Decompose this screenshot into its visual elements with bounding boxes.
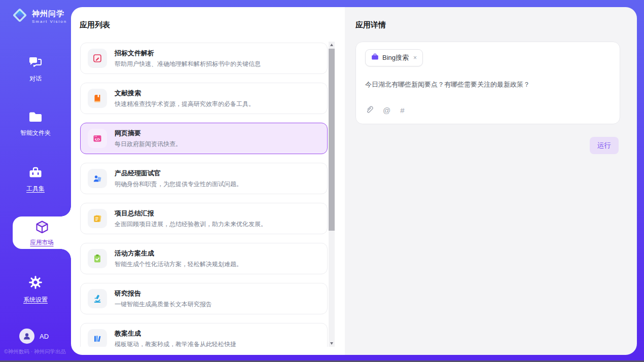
- browser-code-icon: [88, 129, 107, 148]
- app-title: 产品经理面试官: [115, 169, 242, 178]
- tool-tag-bing-search[interactable]: Bing搜索 ×: [365, 49, 423, 66]
- clipboard-check-icon: [88, 249, 107, 268]
- chat-icon: [28, 62, 43, 70]
- scrollbar-thumb[interactable]: [329, 49, 335, 231]
- hash-icon[interactable]: #: [400, 106, 404, 115]
- mention-icon[interactable]: @: [383, 106, 390, 115]
- app-description: 模板驱动，教案秒成，教学准备从此轻松快捷: [115, 340, 236, 347]
- sidebar-item-app-market[interactable]: 应用市场: [13, 216, 71, 249]
- sidebar-item-settings[interactable]: 系统设置: [0, 275, 71, 304]
- user-account[interactable]: AD: [19, 329, 49, 344]
- scroll-up-icon[interactable]: [329, 42, 335, 48]
- copyright-text: ©神州数码 · 神州问学出品: [4, 348, 66, 355]
- sidebar-item-label: 智能文件夹: [0, 129, 71, 137]
- app-description: 全面回顾项目进展，总结经验教训，助力未来优化发展。: [115, 220, 267, 229]
- microscope-icon: [88, 289, 107, 308]
- scroll-down-icon[interactable]: [329, 340, 335, 347]
- avatar: [19, 329, 34, 344]
- document-pen-icon: [88, 49, 107, 68]
- app-card-web-summary[interactable]: 网页摘要 每日政府新闻资讯快查。: [80, 123, 328, 154]
- app-title: 研究报告: [115, 289, 212, 298]
- app-description: 一键智能生成高质量长文本研究报告: [115, 300, 212, 309]
- app-title: 网页摘要: [115, 129, 182, 138]
- close-icon[interactable]: ×: [413, 54, 417, 61]
- app-title: 教案生成: [115, 329, 236, 338]
- attachment-toolbar: @ #: [365, 105, 405, 116]
- folder-icon: [28, 116, 43, 125]
- app-detail-panel: 应用详情 Bing搜索 × 今日湖北有哪些新闻要点？有哪些需要关注的最新政策？: [345, 7, 637, 355]
- app-list-panel: 应用列表 招标文件解析 帮助用户快速、准确地理解和解析招标书中的关键信息: [71, 7, 345, 355]
- tool-tag-label: Bing搜索: [382, 53, 409, 62]
- query-input[interactable]: 今日湖北有哪些新闻要点？有哪些需要关注的最新政策？: [365, 80, 611, 90]
- app-description: 帮助用户快速、准确地理解和解析招标书中的关键信息: [115, 60, 261, 68]
- sidebar-item-chat[interactable]: 对话: [0, 56, 71, 83]
- app-title: 项目总结汇报: [115, 209, 267, 218]
- app-list-scrollbar[interactable]: [329, 42, 335, 347]
- app-card-literature-search[interactable]: 文献搜索 快速精准查找学术资源，提高研究效率的必备工具。: [80, 83, 328, 114]
- user-initials: AD: [40, 333, 49, 340]
- sidebar-item-smart-folder[interactable]: 智能文件夹: [0, 111, 71, 137]
- app-title: 招标文件解析: [115, 49, 261, 58]
- interviewer-icon: [88, 169, 107, 188]
- gear-icon: [28, 283, 43, 292]
- app-logo: 神州问学 Smart Vision: [11, 7, 67, 26]
- app-card-pm-interviewer[interactable]: 产品经理面试官 明确身份和职责，为您提供专业性的面试问题。: [80, 163, 328, 194]
- app-card-research-report[interactable]: 研究报告 一键智能生成高质量长文本研究报告: [80, 283, 328, 314]
- app-description: 明确身份和职责，为您提供专业性的面试问题。: [115, 180, 242, 189]
- run-button[interactable]: 运行: [590, 137, 619, 154]
- app-subname: Smart Vision: [32, 19, 67, 24]
- app-card-bid-document-parsing[interactable]: 招标文件解析 帮助用户快速、准确地理解和解析招标书中的关键信息: [80, 43, 328, 74]
- app-description: 智能生成个性化活动方案，轻松解决规划难题。: [115, 260, 242, 269]
- app-card-project-summary[interactable]: 项目总结汇报 全面回顾项目进展，总结经验教训，助力未来优化发展。: [80, 203, 328, 234]
- app-card-event-plan[interactable]: 活动方案生成 智能生成个性化活动方案，轻松解决规划难题。: [80, 243, 328, 274]
- app-list-title: 应用列表: [80, 20, 110, 30]
- sidebar-item-toolset[interactable]: 工具集: [0, 166, 71, 193]
- active-tab-curve-bottom: [61, 249, 71, 259]
- app-list: 招标文件解析 帮助用户快速、准确地理解和解析招标书中的关键信息 文献搜索 快速精…: [80, 43, 328, 347]
- sidebar-item-label: 应用市场: [30, 239, 54, 246]
- cube-icon: [34, 220, 50, 237]
- logo-diamond-icon: [11, 7, 28, 26]
- book-icon: [88, 89, 107, 108]
- app-card-lesson-plan[interactable]: 教案生成 模板驱动，教案秒成，教学准备从此轻松快捷: [80, 323, 328, 347]
- sidebar: 神州问学 Smart Vision 对话 智能文件夹: [0, 0, 71, 362]
- briefcase-icon: [371, 53, 379, 62]
- sidebar-item-label: 工具集: [0, 185, 71, 193]
- app-title: 活动方案生成: [115, 249, 242, 258]
- content-area: 应用列表 招标文件解析 帮助用户快速、准确地理解和解析招标书中的关键信息: [71, 7, 637, 355]
- prompt-card[interactable]: Bing搜索 × 今日湖北有哪些新闻要点？有哪些需要关注的最新政策？ @ #: [355, 42, 620, 124]
- app-description: 快速精准查找学术资源，提高研究效率的必备工具。: [115, 100, 255, 108]
- app-title: 文献搜索: [115, 89, 255, 98]
- app-description: 每日政府新闻资讯快查。: [115, 140, 182, 149]
- app-detail-title: 应用详情: [355, 20, 386, 30]
- active-tab-curve-top: [61, 206, 71, 216]
- sidebar-item-label: 系统设置: [0, 296, 71, 304]
- books-icon: [88, 329, 107, 347]
- app-name: 神州问学: [32, 9, 64, 18]
- toolbox-icon: [28, 172, 43, 180]
- paperclip-icon[interactable]: [365, 105, 373, 116]
- sidebar-item-label: 对话: [0, 75, 71, 83]
- sticky-notes-icon: [88, 209, 107, 228]
